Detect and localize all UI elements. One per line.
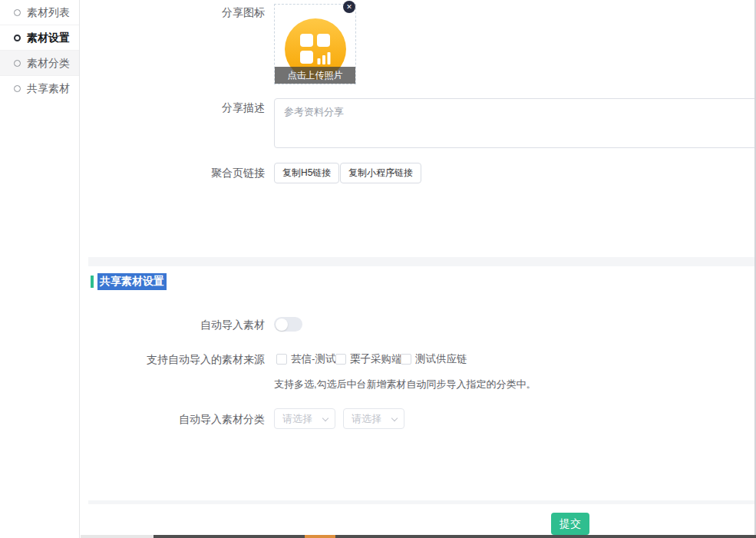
share-icon-uploader[interactable]: ✕ 点击上传照片 [274,4,356,84]
close-icon[interactable]: ✕ [343,1,355,13]
copy-miniprogram-link-button[interactable]: 复制小程序链接 [340,163,421,183]
radio-circle-icon [14,60,21,67]
bottom-strip-orange [305,535,335,538]
section-title-shared-material-settings: 共享素材设置 [97,273,167,290]
select-placeholder: 请选择 [352,412,381,426]
import-source-hint: 支持多选,勾选后中台新增素材自动同步导入指定的分类中。 [274,378,536,391]
section-accent-bar [91,276,94,288]
submit-button[interactable]: 提交 [551,513,589,535]
copy-h5-link-button[interactable]: 复制H5链接 [274,163,339,183]
source-checkbox-lizi-procurement[interactable]: 栗子采购端 [335,352,402,366]
checkbox-icon [276,354,287,365]
source-checkbox-yunxin-test[interactable]: 芸信-测试 [276,352,336,366]
bottom-strip-light [81,535,154,538]
sidebar-item-material-list[interactable]: 素材列表 [0,0,79,25]
material-settings-page: 素材列表 素材设置 素材分类 共享素材 分享图标 ✕ [0,0,756,538]
sidebar-item-label: 素材分类 [27,51,70,76]
checkbox-label: 栗子采购端 [350,352,402,366]
sidebar: 素材列表 素材设置 素材分类 共享素材 [0,0,80,538]
source-checkbox-test-supply-chain[interactable]: 测试供应链 [401,352,467,366]
category-select-level2[interactable]: 请选择 [343,408,404,429]
footer-divider [88,500,756,504]
radio-circle-icon [14,9,21,16]
radio-circle-icon [14,35,21,41]
sidebar-item-shared-material[interactable]: 共享素材 [0,76,79,101]
sidebar-item-material-settings[interactable]: 素材设置 [0,25,79,51]
bottom-scroll-strip [0,535,756,538]
select-placeholder: 请选择 [282,412,312,426]
checkbox-icon [401,354,411,365]
radio-circle-icon [14,85,21,92]
toggle-knob [276,319,288,331]
share-description-input[interactable]: 参考资料分享 [274,98,756,148]
checkbox-label: 测试供应链 [415,352,467,366]
chevron-down-icon [391,415,398,421]
upload-photo-caption: 点击上传照片 [275,67,355,84]
sidebar-item-label: 素材设置 [27,25,70,51]
checkbox-icon [335,354,346,365]
chevron-down-icon [322,415,328,421]
category-select-level1[interactable]: 请选择 [274,408,335,429]
checkbox-label: 芸信-测试 [291,352,336,366]
sidebar-item-label: 共享素材 [27,76,70,101]
auto-import-toggle[interactable] [274,317,302,332]
sidebar-item-material-category[interactable]: 素材分类 [0,51,79,76]
section-divider [88,257,756,266]
sidebar-item-label: 素材列表 [27,0,70,25]
bottom-strip-dark [154,535,756,538]
